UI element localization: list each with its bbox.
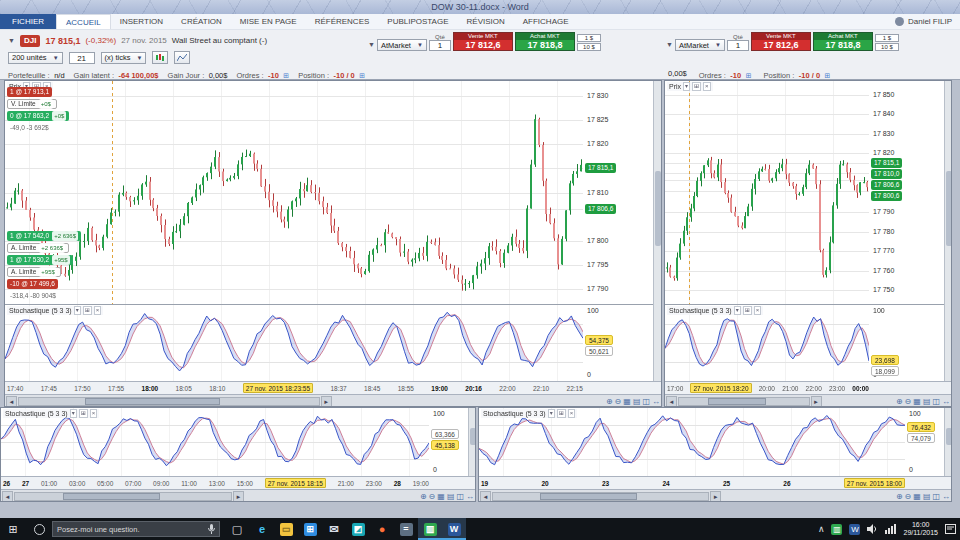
limit-field[interactable]: 10 $ <box>875 43 899 51</box>
scrollbar-track[interactable] <box>678 397 810 406</box>
instrument-symbol-badge[interactable]: DJI <box>20 35 40 47</box>
tick-count-input[interactable]: 21 <box>69 52 95 64</box>
price-pane-header[interactable]: Prix▾⊞× <box>667 82 713 91</box>
scrollbar-thumb[interactable] <box>85 398 220 405</box>
chart-tool-icon-5[interactable]: ↔ <box>942 492 950 502</box>
orders-expand-icon[interactable]: ⊞ <box>283 72 289 79</box>
ribbon-tab-accueil[interactable]: ACCUEIL <box>56 14 111 29</box>
ribbon-tab-cr-ation[interactable]: CRÉATION <box>172 14 231 29</box>
chart-tool-icon-2[interactable]: ▦ <box>623 397 631 407</box>
chart-tool-icon-3[interactable]: ▤ <box>447 492 455 502</box>
edge-browser-taskbar-icon[interactable]: e <box>250 518 274 540</box>
chart-tool-icon-4[interactable]: ◫ <box>932 492 940 502</box>
scrollbar-track[interactable] <box>18 397 320 406</box>
chart-tool-icon-2[interactable]: ▦ <box>913 492 921 502</box>
vertical-scrollbar[interactable] <box>468 408 476 476</box>
stochastic-chart[interactable] <box>5 305 583 381</box>
firefox-browser-taskbar-icon[interactable]: ● <box>370 518 394 540</box>
chart-tool-icon-0[interactable]: ⊕ <box>606 397 613 407</box>
ribbon-tab-affichage[interactable]: AFFICHAGE <box>514 14 578 29</box>
order-type-select-b[interactable]: AtMarket▼ <box>675 39 725 51</box>
pane-header-icon-1[interactable]: ⊞ <box>692 82 701 91</box>
stochastic-pane-header[interactable]: Stochastique (5 3 3)▾⊞× <box>3 409 99 418</box>
stochastic-chart[interactable] <box>665 305 869 381</box>
windows-store-taskbar-icon[interactable]: ⊞ <box>298 518 322 540</box>
pane-header-icon-1[interactable]: ⊞ <box>557 409 566 418</box>
sell-market-button-b[interactable]: Vente MKT17 812,6 <box>751 32 811 51</box>
ribbon-tab-mise-en-page[interactable]: MISE EN PAGE <box>231 14 306 29</box>
stop-field[interactable]: 1 $ <box>875 34 899 42</box>
scrollbar-thumb[interactable] <box>708 398 766 405</box>
scroll-right-arrow[interactable]: ► <box>233 491 244 502</box>
pane-header-icon-0[interactable]: ▾ <box>548 409 555 418</box>
limit-field[interactable]: 10 $ <box>577 43 601 51</box>
chart-tool-icon-5[interactable]: ↔ <box>466 492 474 502</box>
file-explorer-taskbar-icon[interactable]: ▭ <box>274 518 298 540</box>
task-view-button[interactable]: ▢ <box>224 518 250 540</box>
indicator-icon[interactable] <box>174 51 190 64</box>
scrollbar-thumb[interactable] <box>946 171 952 246</box>
qty-input-a[interactable]: 1 <box>429 40 451 51</box>
pane-header-icon-2[interactable]: × <box>90 409 98 418</box>
ribbon-tab-insertion[interactable]: INSERTION <box>111 14 172 29</box>
pane-header-icon-2[interactable]: × <box>754 306 762 315</box>
scroll-left-arrow[interactable]: ◄ <box>480 491 491 502</box>
ribbon-tab-fichier[interactable]: FICHIER <box>0 14 56 29</box>
order-dropdown-chevron-icon[interactable]: ▼ <box>368 39 375 51</box>
chart-tool-icon-1[interactable]: ⊖ <box>905 492 912 502</box>
tray-chevron-up-icon[interactable]: ∧ <box>818 524 825 534</box>
pane-header-icon-0[interactable]: ▾ <box>74 306 81 315</box>
chart-tool-icon-1[interactable]: ⊖ <box>615 397 622 407</box>
candlestick-style-icon[interactable] <box>152 51 168 64</box>
taskbar-search-input[interactable]: Posez-moi une question. <box>52 521 220 537</box>
position-expand-icon[interactable]: ⊞ <box>825 72 831 79</box>
start-button[interactable]: ⊞ <box>0 518 26 540</box>
calculator-app-taskbar-icon[interactable]: = <box>394 518 418 540</box>
order-type-select-a[interactable]: AtMarket▼ <box>377 39 427 51</box>
stochastic-pane-header[interactable]: Stochastique (5 3 3)▾⊞× <box>7 306 103 315</box>
stochastic-pane-header[interactable]: Stochastique (5 3 3)▾⊞× <box>481 409 577 418</box>
scroll-left-arrow[interactable]: ◄ <box>666 396 677 407</box>
word-taskbar-icon[interactable]: W <box>442 518 466 540</box>
pane-header-icon-0[interactable]: ▾ <box>70 409 77 418</box>
scroll-left-arrow[interactable]: ◄ <box>6 396 17 407</box>
pane-header-icon-1[interactable]: ⊞ <box>743 306 752 315</box>
stop-field[interactable]: 1 $ <box>577 34 601 42</box>
chart-tool-icon-3[interactable]: ▤ <box>633 397 641 407</box>
pane-header-icon-2[interactable]: × <box>94 306 102 315</box>
qty-input-b[interactable]: 1 <box>727 40 749 51</box>
pane-header-icon-0[interactable]: ▾ <box>683 82 690 91</box>
tick-unit-select[interactable]: (x) ticks▼ <box>101 52 147 64</box>
chart-tool-icon-1[interactable]: ⊖ <box>429 492 436 502</box>
chart-tool-icon-5[interactable]: ↔ <box>652 397 660 407</box>
ribbon-tab-publipostage[interactable]: PUBLIPOSTAGE <box>378 14 457 29</box>
pane-header-icon-1[interactable]: ⊞ <box>83 306 92 315</box>
scroll-right-arrow[interactable]: ► <box>710 491 721 502</box>
ribbon-tab-r-vision[interactable]: RÉVISION <box>458 14 514 29</box>
vertical-scrollbar[interactable] <box>944 81 952 381</box>
trading-app-taskbar-icon[interactable]: ▥ <box>418 518 442 540</box>
chart-tool-icon-3[interactable]: ▤ <box>923 492 931 502</box>
stochastic-pane-header[interactable]: Stochastique (5 3 3)▾⊞× <box>667 306 763 315</box>
pane-header-icon-2[interactable]: × <box>568 409 576 418</box>
scrollbar-thumb[interactable] <box>470 428 476 445</box>
scrollbar-thumb[interactable] <box>540 493 637 500</box>
scrollbar-track[interactable] <box>492 492 709 501</box>
units-select[interactable]: 200 unités▼ <box>8 52 63 64</box>
sell-market-button-a[interactable]: Vente MKT17 812,6 <box>453 32 513 51</box>
instrument-dropdown-chevron-icon[interactable]: ▼ <box>8 37 15 44</box>
price-candlestick-chart[interactable] <box>665 81 869 304</box>
microphone-icon[interactable] <box>208 524 215 534</box>
chart-tool-icon-4[interactable]: ◫ <box>456 492 464 502</box>
chart-tool-icon-3[interactable]: ▤ <box>923 397 931 407</box>
volume-icon[interactable] <box>867 524 878 534</box>
scrollbar-track[interactable] <box>14 492 232 501</box>
buy-market-button-a[interactable]: Achat MKT17 818,8 <box>515 32 575 51</box>
chart-tool-icon-5[interactable]: ↔ <box>942 397 950 407</box>
scroll-right-arrow[interactable]: ► <box>811 396 822 407</box>
position-expand-icon[interactable]: ⊞ <box>359 72 365 79</box>
chart-tool-icon-2[interactable]: ▦ <box>913 397 921 407</box>
chart-tool-icon-0[interactable]: ⊕ <box>896 492 903 502</box>
chart-tool-icon-0[interactable]: ⊕ <box>896 397 903 407</box>
pane-header-icon-0[interactable]: ▾ <box>734 306 741 315</box>
